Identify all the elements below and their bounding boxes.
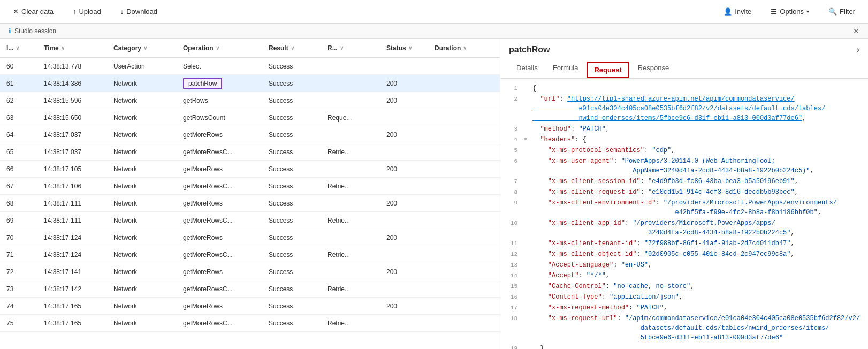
table-body[interactable]: 60 14:38:13.778 UserAction Select Succes… (0, 58, 500, 349)
td-extra (491, 133, 496, 137)
col-sort-duration-icon: ∨ (463, 45, 467, 51)
code-expand-icon[interactable]: ⊟ (524, 135, 530, 144)
detail-expand-button[interactable]: › (857, 45, 859, 55)
td-status: 200 (384, 78, 432, 89)
line-content: "url": "https://tip1-shared.azure-apim.n… (532, 94, 864, 123)
table-header: I... ∨ Time ∨ Category ∨ Operation ∨ Res… (0, 39, 500, 58)
options-button[interactable]: ☰ Options ▾ (766, 5, 813, 18)
td-r: Retrie... (325, 215, 384, 226)
code-line: 14 "Accept": "*/*", (500, 270, 868, 281)
code-expand-placeholder (524, 292, 530, 293)
td-operation: getMoreRowsC... (181, 146, 267, 158)
tab-details[interactable]: Details (509, 59, 545, 79)
table-row[interactable]: 65 14:38:17.037 Network getMoreRowsC... … (0, 143, 500, 161)
download-button[interactable]: ↓ Download (116, 5, 162, 18)
code-expand-placeholder (524, 282, 530, 283)
upload-button[interactable]: ↑ Upload (68, 5, 105, 18)
code-line: 13 "Accept-Language": "en-US", (500, 260, 868, 270)
code-expand-placeholder (524, 260, 530, 261)
table-row[interactable]: 67 14:38:17.106 Network getMoreRowsC... … (0, 178, 500, 195)
td-r: Retrie... (325, 180, 384, 192)
col-header-category[interactable]: Category ∨ (111, 41, 181, 55)
code-viewer[interactable]: 1 { 2 "url": "https://tip1-shared.azure-… (500, 79, 868, 349)
table-row[interactable]: 70 14:38:17.124 Network getMoreRows Succ… (0, 229, 500, 246)
col-header-status[interactable]: Status ∨ (384, 41, 432, 55)
td-status: 200 (384, 95, 432, 107)
td-id: 60 (4, 60, 42, 72)
col-header-time[interactable]: Time ∨ (42, 41, 111, 55)
col-header-duration[interactable]: Duration ∨ (432, 41, 491, 55)
line-number: 11 (505, 239, 517, 248)
col-header-operation[interactable]: Operation ∨ (181, 41, 267, 55)
detail-tabs: Details Formula Request Response (500, 59, 868, 79)
td-time: 14:38:17.141 (42, 266, 111, 278)
line-number: 5 (505, 146, 517, 155)
td-result: Success (267, 163, 325, 175)
td-r: Retrie... (325, 317, 384, 329)
code-line: 12 "x-ms-client-object-id": "02d0905c-e0… (500, 249, 868, 260)
table-row[interactable]: 68 14:38:17.111 Network getMoreRows Succ… (0, 195, 500, 212)
td-time: 14:38:17.165 (42, 317, 111, 329)
code-expand-placeholder (524, 303, 530, 304)
tab-response[interactable]: Response (630, 59, 677, 79)
tab-request[interactable]: Request (587, 62, 629, 78)
td-result: Success (267, 60, 325, 72)
td-time: 14:38:13.778 (42, 60, 111, 72)
table-row[interactable]: 66 14:38:17.105 Network getMoreRows Succ… (0, 161, 500, 178)
td-operation: getMoreRows (181, 129, 267, 141)
line-number: 14 (505, 271, 517, 280)
line-content: "x-ms-client-tenant-id": "72f988bf-86f1-… (532, 239, 864, 248)
td-status: 200 (384, 198, 432, 209)
tab-formula[interactable]: Formula (545, 59, 586, 79)
table-row[interactable]: 62 14:38:15.596 Network getRows Success … (0, 92, 500, 109)
td-r (325, 64, 384, 69)
download-label: Download (126, 7, 157, 16)
table-row[interactable]: 61 14:38:14.386 Network patchRow Success… (0, 75, 500, 92)
td-time: 14:38:17.111 (42, 198, 111, 209)
td-result: Success (267, 232, 325, 244)
col-sort-time-icon: ∨ (61, 45, 65, 51)
td-result: Success (267, 78, 325, 89)
line-content: "x-ms-client-app-id": "/providers/Micros… (532, 218, 864, 238)
line-number: 3 (505, 124, 517, 134)
code-expand-placeholder (524, 198, 530, 199)
session-close-button[interactable]: ✕ (853, 27, 859, 35)
td-time: 14:38:17.142 (42, 283, 111, 295)
toolbar-right: 👤 Invite ☰ Options ▾ 🔍 Filter (719, 5, 859, 18)
invite-button[interactable]: 👤 Invite (719, 5, 756, 18)
toolbar: ✕ Clear data ↑ Upload ↓ Download 👤 Invit… (0, 0, 868, 24)
table-row[interactable]: 64 14:38:17.037 Network getMoreRows Succ… (0, 126, 500, 143)
td-id: 72 (4, 266, 42, 278)
col-header-r[interactable]: R... ∨ (325, 41, 384, 55)
table-row[interactable]: 71 14:38:17.124 Network getMoreRowsC... … (0, 246, 500, 263)
table-row[interactable]: 73 14:38:17.142 Network getMoreRowsC... … (0, 280, 500, 298)
table-row[interactable]: 69 14:38:17.111 Network getMoreRowsC... … (0, 212, 500, 229)
td-result: Success (267, 317, 325, 329)
table-row[interactable]: 72 14:38:17.141 Network getMoreRows Succ… (0, 263, 500, 280)
line-content: "Cache-Control": "no-cache, no-store", (532, 282, 864, 291)
td-duration (432, 167, 491, 171)
td-duration (432, 184, 491, 188)
code-line: 8 "x-ms-client-request-id": "e10cd151-91… (500, 187, 868, 198)
table-row[interactable]: 75 14:38:17.165 Network getMoreRowsC... … (0, 315, 500, 332)
invite-label: Invite (735, 7, 751, 16)
td-category: Network (111, 146, 181, 158)
col-header-id[interactable]: I... ∨ (4, 41, 42, 55)
table-row[interactable]: 74 14:38:17.165 Network getMoreRows Succ… (0, 298, 500, 315)
col-header-result[interactable]: Result ∨ (267, 41, 325, 55)
code-expand-placeholder (524, 177, 530, 178)
td-duration (432, 304, 491, 308)
filter-button[interactable]: 🔍 Filter (824, 5, 859, 18)
td-time: 14:38:17.124 (42, 249, 111, 261)
detail-panel: patchRow › Details Formula Request Respo… (500, 39, 868, 349)
td-extra (491, 218, 496, 223)
table-row[interactable]: 63 14:38:15.650 Network getRowsCount Suc… (0, 109, 500, 126)
table-row[interactable]: 60 14:38:13.778 UserAction Select Succes… (0, 58, 500, 75)
clear-data-button[interactable]: ✕ Clear data (9, 5, 58, 18)
td-category: Network (111, 95, 181, 107)
td-category: Network (111, 266, 181, 278)
code-expand-placeholder (524, 271, 530, 272)
td-status (384, 64, 432, 69)
td-status (384, 218, 432, 223)
code-line: 1 { (500, 83, 868, 94)
